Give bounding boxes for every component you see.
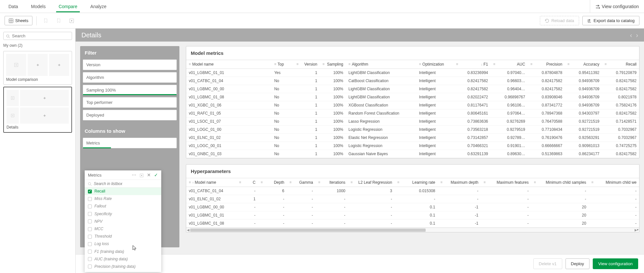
table-row[interactable]: v01_LOGC_00_01No1100%Logistic Regression… [186, 142, 639, 150]
column-menu-icon[interactable]: ≡ [322, 62, 324, 66]
table-row[interactable]: v01_LGBMC_01_01Yes1100%LightGBM Classifi… [186, 69, 639, 77]
column-header-minimum-child-we[interactable]: ≡Minimum child we [589, 178, 639, 187]
column-header-maximum-features[interactable]: ≡Maximum features [481, 178, 531, 187]
metrics-selector[interactable]: Metrics [83, 138, 177, 148]
column-menu-icon[interactable]: ≡ [189, 62, 191, 66]
metrics-option-log-loss[interactable]: Log loss [85, 240, 161, 248]
column-menu-icon[interactable]: ≡ [318, 180, 320, 184]
sheet-card-details[interactable]: ✦ ✦ Details [3, 87, 72, 133]
metrics-search-input[interactable] [94, 181, 158, 186]
view-configuration-button[interactable]: View configuration [593, 258, 638, 269]
filter-item-algorithm[interactable]: Algorithm [83, 72, 177, 83]
column-header-auc[interactable]: ≡AUC [491, 60, 528, 69]
table-row[interactable]: v01_LGBMC_01_08-----0.1-1-20- [186, 219, 639, 228]
scroll-left-button[interactable]: ◀ [186, 228, 190, 232]
column-header-f1[interactable]: ≡ ↓ F1 [454, 60, 491, 69]
column-menu-icon[interactable]: ≡ [189, 180, 191, 184]
column-header-recall[interactable]: ≡Recall [602, 60, 639, 69]
column-menu-icon[interactable]: ≡ [351, 180, 353, 184]
metrics-option-specificity[interactable]: Specificity [85, 210, 161, 218]
table-row[interactable]: v01_CATBC_01_04No1100%CatBoost Classific… [186, 77, 639, 85]
table-row[interactable]: v01_LGBMC_00_00No1100%LightGBM Classific… [186, 85, 639, 93]
column-menu-icon[interactable]: ≡ [397, 180, 399, 184]
metrics-option-miss-rate[interactable]: Miss Rate [85, 195, 161, 203]
metrics-search-box[interactable] [85, 180, 161, 188]
bookmark-forward-button[interactable] [54, 16, 64, 26]
column-header-model-name[interactable]: ≡Model name [186, 60, 272, 69]
scrollbar-thumb[interactable] [190, 229, 426, 232]
column-header-model-name[interactable]: ≡ ↑ Model name [186, 178, 237, 187]
column-header-algorithm[interactable]: ≡Algorithm [346, 60, 416, 69]
column-menu-icon[interactable]: ≡ [289, 180, 291, 184]
table-row[interactable]: v01_CATBC_01_04-6-100030.015308---- [186, 187, 639, 195]
prev-sheet-button[interactable]: ‹ [630, 31, 632, 39]
column-header-depth[interactable]: ≡Depth [258, 178, 287, 187]
table-row[interactable]: v01_GNBC_01_03No1100%Gaussian Naive Baye… [186, 150, 639, 158]
horizontal-scrollbar[interactable]: ◀ ▶ [186, 228, 639, 232]
confirm-selection-button[interactable]: ✓ [154, 172, 158, 178]
column-header-minimum-child-samples[interactable]: ≡Minimum child samples [531, 178, 589, 187]
column-menu-icon[interactable]: ≡ [261, 180, 263, 184]
more-options-button[interactable]: ⋯ [132, 172, 136, 178]
metrics-option-precision-training-data-[interactable]: Precision (training data) [85, 263, 161, 270]
tab-models[interactable]: Models [29, 1, 48, 12]
column-menu-icon[interactable]: ≡ [239, 180, 241, 184]
column-menu-icon[interactable]: ≡ [493, 62, 495, 66]
sheet-card-model-comparison[interactable]: ✦ ✦ Model comparison [3, 51, 72, 85]
table-row[interactable]: v01_LSOC_01_07No1100%Lasso RegressionInt… [186, 118, 639, 126]
column-menu-icon[interactable]: ≡ [534, 180, 536, 184]
next-sheet-button[interactable]: › [636, 31, 638, 39]
cancel-selection-button[interactable]: ✕ [147, 172, 151, 178]
table-row[interactable]: v01_LGBMC_00_00-----0.1-1-20- [186, 203, 639, 211]
metrics-option-accuracy-training-data-[interactable]: Accuracy (training data) [85, 270, 161, 272]
column-menu-icon[interactable]: ≡ [274, 62, 276, 66]
table-row[interactable]: v01_LGBMC_01_08No1100%LightGBM Classific… [186, 93, 639, 101]
tab-compare[interactable]: Compare [56, 1, 80, 12]
column-menu-icon[interactable]: ≡ [419, 62, 421, 66]
column-header-iterations[interactable]: ≡Iterations [316, 178, 348, 187]
column-header-gamma[interactable]: ≡Gamma [287, 178, 316, 187]
column-menu-icon[interactable]: ≡ [605, 62, 607, 66]
column-menu-icon[interactable]: ≡ [297, 62, 298, 66]
search-box[interactable] [3, 32, 72, 40]
column-menu-icon[interactable]: ≡ [348, 62, 350, 66]
bookmark-back-button[interactable] [41, 16, 51, 26]
column-header-version[interactable]: ≡Version [294, 60, 320, 69]
column-header-c[interactable]: ≡C [237, 178, 258, 187]
filter-item-top-performer[interactable]: Top performer [83, 97, 177, 108]
metrics-option-recall[interactable]: ✓Recall [85, 188, 161, 195]
column-header-maximum-depth[interactable]: ≡Maximum depth [438, 178, 481, 187]
column-header-l2-leaf-regression[interactable]: ≡L2 Leaf Regression [348, 178, 395, 187]
metrics-option-auc-training-data-[interactable]: AUC (training data) [85, 255, 161, 263]
metrics-option-fallout[interactable]: Fallout [85, 203, 161, 210]
sheets-button[interactable]: Sheets [5, 16, 32, 26]
filter-item-deployed[interactable]: Deployed [83, 110, 177, 120]
table-row[interactable]: v01_LOGC_01_00No1100%Logistic Regression… [186, 126, 639, 134]
column-header-optimization[interactable]: ≡Optimization [416, 60, 453, 69]
table-row[interactable]: v01_XGBC_01_06No1100%XGBoost Classificat… [186, 101, 639, 109]
table-row[interactable]: v01_LGBMC_01_01-----0.1-1-20- [186, 211, 639, 219]
selection-tool-icon[interactable] [140, 172, 144, 178]
search-input[interactable] [12, 33, 69, 38]
expand-dropdown-icon[interactable]: ▾ [637, 228, 638, 231]
tab-data[interactable]: Data [6, 1, 21, 12]
export-data-to-catalog-button[interactable]: Export data to catalog [582, 16, 639, 26]
column-header-sampling[interactable]: ≡Sampling [320, 60, 346, 69]
column-menu-icon[interactable]: ≡ [483, 180, 485, 184]
table-row[interactable]: v01_RAFC_01_05No1100%Random Forest Class… [186, 109, 639, 118]
table-row[interactable]: v01_ELNC_01_021--------- [186, 195, 639, 203]
column-header-accuracy[interactable]: ≡Accuracy [565, 60, 602, 69]
column-menu-icon[interactable]: ≡ [530, 62, 532, 66]
column-header-learning-rate[interactable]: ≡Learning rate [395, 178, 438, 187]
column-menu-icon[interactable]: ≡ [591, 180, 593, 184]
metrics-option-threshold[interactable]: Threshold [85, 233, 161, 240]
table-row[interactable]: v01_ELNC_01_02No1100%Elastic Net Regress… [186, 134, 639, 142]
selection-tool-button[interactable] [67, 16, 77, 26]
filter-item-version[interactable]: Version [83, 59, 177, 70]
deploy-button[interactable]: Deploy [565, 258, 589, 269]
metrics-option-mcc[interactable]: MCC [85, 225, 161, 233]
column-menu-icon[interactable]: ≡ [456, 62, 458, 66]
column-header-precision[interactable]: ≡Precision [528, 60, 565, 69]
metrics-option-f1-training-data-[interactable]: F1 (training data) [85, 248, 161, 255]
metrics-option-npv[interactable]: NPV [85, 218, 161, 225]
